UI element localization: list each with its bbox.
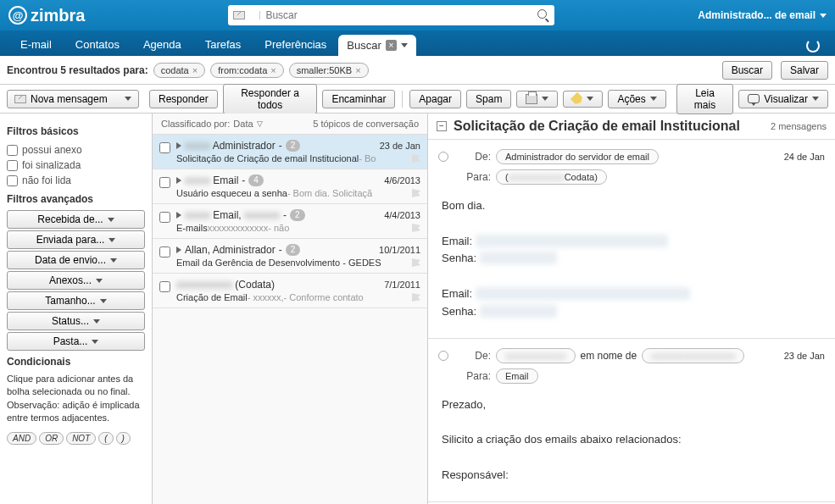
filter-unread[interactable]: não foi lida xyxy=(7,173,145,188)
topic-count: 5 tópicos de conversação xyxy=(313,119,419,129)
caret-down-icon xyxy=(93,319,100,324)
message-item[interactable]: xxxxx Email - 4 4/6/2013 Usuário esquece… xyxy=(153,169,427,204)
print-dropdown[interactable] xyxy=(516,91,558,108)
apagar-button[interactable]: Apagar xyxy=(409,90,461,108)
buscar-button[interactable]: Buscar xyxy=(722,61,772,80)
search-scope-dropdown[interactable] xyxy=(233,11,260,19)
search-icon[interactable] xyxy=(537,9,549,21)
flag-icon[interactable] xyxy=(412,224,420,232)
responder-button[interactable]: Responder xyxy=(149,90,218,108)
checkbox[interactable] xyxy=(7,160,18,171)
op-paren-open[interactable]: ( xyxy=(98,432,113,445)
sender: xxxxxxxxxxx (Codata) xyxy=(176,279,275,291)
message-block: De: Administrador do servidor de email 2… xyxy=(428,140,835,339)
flag-icon[interactable] xyxy=(412,293,420,302)
tab-tarefas[interactable]: Tarefas xyxy=(193,33,253,56)
sender: xxxxx Email xyxy=(185,174,238,186)
expand-icon[interactable] xyxy=(176,177,181,184)
acoes-dropdown[interactable]: Ações xyxy=(608,90,665,108)
leia-mais-button[interactable]: Leia mais xyxy=(676,84,733,114)
message-checkbox[interactable] xyxy=(159,142,170,153)
search-input[interactable] xyxy=(265,9,537,21)
spam-button[interactable]: Spam xyxy=(466,90,511,108)
visualizar-dropdown[interactable]: Visualizar xyxy=(738,90,828,108)
tab-email[interactable]: E-mail xyxy=(8,33,64,56)
top-bar: @ zimbra Administrado... de email xyxy=(0,0,835,30)
chip-remove-icon[interactable]: × xyxy=(270,65,276,75)
new-message-button[interactable]: Nova mensagem xyxy=(7,90,139,108)
encaminhar-button[interactable]: Encaminhar xyxy=(322,90,395,108)
op-and[interactable]: AND xyxy=(7,432,36,445)
search-box[interactable] xyxy=(228,5,554,25)
tab-buscar[interactable]: Buscar × xyxy=(338,35,415,56)
flag-icon[interactable] xyxy=(412,154,420,163)
from-pill[interactable]: xxxxxxxxxxxxx xyxy=(496,348,576,363)
filter-date[interactable]: Data de envio... xyxy=(7,251,145,269)
collapse-icon[interactable]: − xyxy=(437,121,447,131)
to-pill[interactable]: (xxxxxxxxxxxxCodata) xyxy=(496,169,607,185)
op-paren-close[interactable]: ) xyxy=(116,432,131,445)
search-chip[interactable]: codata× xyxy=(153,63,205,78)
caret-down-icon xyxy=(110,258,117,263)
checkbox[interactable] xyxy=(7,175,18,186)
flag-icon[interactable] xyxy=(412,258,420,267)
message-date: 24 de Jan xyxy=(784,152,825,162)
message-body: Bom dia. Email: xxxxxxxxxxxxxxxxxxxxxxxx… xyxy=(438,187,825,331)
message-checkbox[interactable] xyxy=(159,212,170,223)
caret-down-icon[interactable] xyxy=(401,43,408,47)
from-pill[interactable]: Administrador do servidor de email xyxy=(496,149,659,164)
message-item[interactable]: xxxxxxxxxxx (Codata) 7/1/2011 Criação de… xyxy=(153,274,427,308)
chip-remove-icon[interactable]: × xyxy=(192,65,198,75)
filter-status[interactable]: Status... xyxy=(7,312,145,330)
behalf-pill[interactable]: xxxxxxxxxxxxxxxxxx xyxy=(642,348,744,363)
op-not[interactable]: NOT xyxy=(66,432,96,445)
caret-down-icon xyxy=(248,14,254,18)
select-dot[interactable] xyxy=(438,351,448,361)
to-label: Para: xyxy=(454,370,491,382)
main: Filtros básicos possui anexo foi sinaliz… xyxy=(0,114,835,504)
filter-size[interactable]: Tamanho... xyxy=(7,291,145,310)
expand-icon[interactable] xyxy=(176,142,181,149)
message-checkbox[interactable] xyxy=(159,177,170,188)
caret-down-icon xyxy=(108,218,114,222)
refresh-button[interactable] xyxy=(799,36,827,56)
flag-icon[interactable] xyxy=(412,189,420,197)
filter-received-from[interactable]: Recebida de... xyxy=(7,210,145,229)
filter-has-attachment[interactable]: possui anexo xyxy=(7,142,145,158)
filter-sent-to[interactable]: Enviada para... xyxy=(7,230,145,249)
conditional-ops: AND OR NOT ( ) xyxy=(7,432,145,445)
checkbox[interactable] xyxy=(7,145,18,156)
op-or[interactable]: OR xyxy=(39,432,64,445)
filter-attachments[interactable]: Anexos... xyxy=(7,271,145,290)
tab-preferencias[interactable]: Preferências xyxy=(253,33,338,56)
filter-flagged[interactable]: foi sinalizada xyxy=(7,158,145,173)
search-wrap xyxy=(85,5,698,25)
search-chip[interactable]: smaller:50KB× xyxy=(289,63,369,78)
search-chip[interactable]: from:codata× xyxy=(210,63,284,78)
message-checkbox[interactable] xyxy=(159,281,170,292)
conditionals-help: Clique para adicionar antes da bolha sel… xyxy=(7,373,145,425)
tag-dropdown[interactable] xyxy=(563,91,603,108)
message-item[interactable]: xxxxx Administrador - 2 23 de Jan Solici… xyxy=(153,135,427,169)
responder-todos-button[interactable]: Responder a todos xyxy=(223,84,318,114)
message-item[interactable]: Allan, Administrador - 2 10/1/2011 Email… xyxy=(153,239,427,274)
tab-buscar-label: Buscar xyxy=(347,39,381,52)
message-checkbox[interactable] xyxy=(159,246,170,258)
expand-icon[interactable] xyxy=(176,246,181,253)
caret-down-icon xyxy=(96,279,103,283)
close-icon[interactable]: × xyxy=(386,40,397,51)
select-dot[interactable] xyxy=(438,152,448,162)
message-item[interactable]: xxxxx Email, xxxxxxx - 2 4/4/2013 E-mail… xyxy=(153,204,427,239)
chip-remove-icon[interactable]: × xyxy=(355,65,360,75)
tab-contatos[interactable]: Contatos xyxy=(64,33,131,56)
sort-by[interactable]: Classificado por: Data ▽ xyxy=(161,119,263,129)
user-menu[interactable]: Administrado... de email xyxy=(698,9,827,21)
count-badge: 2 xyxy=(290,209,305,221)
expand-icon[interactable] xyxy=(176,212,181,219)
caret-down-icon xyxy=(109,238,115,242)
to-pill[interactable]: Email xyxy=(496,368,538,384)
logo: @ zimbra xyxy=(8,6,85,25)
salvar-button[interactable]: Salvar xyxy=(781,61,828,80)
filter-folder[interactable]: Pasta... xyxy=(7,332,145,351)
tab-agenda[interactable]: Agenda xyxy=(131,33,193,56)
